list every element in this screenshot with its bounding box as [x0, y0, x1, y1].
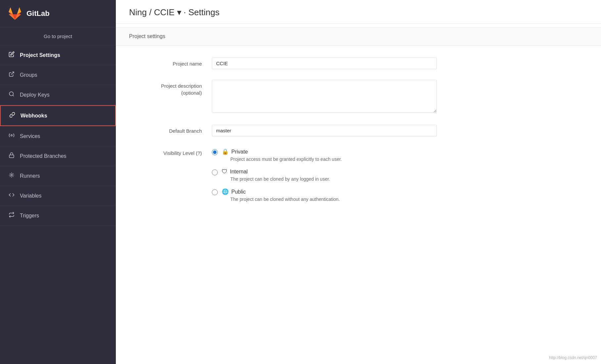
- page-title: Ning / CCIE ▾ · Settings: [129, 7, 588, 18]
- dot-separator: ·: [184, 7, 188, 17]
- sidebar-item-label: Webhooks: [21, 113, 47, 119]
- private-description: Project access must be granted explicitl…: [222, 157, 342, 162]
- sidebar-item-groups[interactable]: Groups: [0, 65, 116, 85]
- sidebar-item-webhooks[interactable]: Webhooks: [0, 105, 116, 126]
- sidebar-item-project-settings[interactable]: Project Settings: [0, 45, 116, 65]
- visibility-private-radio[interactable]: [212, 149, 218, 155]
- variables-icon: [8, 192, 15, 200]
- project-desc-label: Project description (optional): [129, 80, 202, 96]
- sidebar-item-variables[interactable]: Variables: [0, 186, 116, 206]
- goto-project-button[interactable]: Go to project: [0, 27, 116, 45]
- internal-option-content: 🛡 Internal The project can be cloned by …: [222, 168, 330, 182]
- main-content: Ning / CCIE ▾ · Settings Project setting…: [116, 0, 601, 364]
- private-label: Private: [231, 149, 248, 155]
- visibility-public-radio[interactable]: [212, 189, 218, 195]
- page-name: Settings: [188, 7, 219, 17]
- visibility-internal-radio[interactable]: [212, 169, 218, 175]
- visibility-option-public: 🌐 Public The project can be cloned witho…: [212, 188, 437, 202]
- sidebar-item-label: Deploy Keys: [20, 92, 50, 98]
- internal-label: Internal: [230, 169, 248, 175]
- public-label: Public: [231, 189, 246, 195]
- watermark: http://blog.csdn.net/qn0007: [549, 355, 597, 360]
- sidebar-header: GitLab: [0, 0, 116, 27]
- project-desc-textarea[interactable]: [212, 80, 437, 113]
- sidebar-item-label: Runners: [20, 173, 40, 179]
- globe-visibility-icon: 🌐: [222, 188, 229, 195]
- sidebar-item-protected-branches[interactable]: Protected Branches: [0, 146, 116, 166]
- project-name-row: Project name: [129, 58, 588, 69]
- sidebar-item-label: Services: [20, 133, 40, 139]
- content-area: Project settings Project name Project de…: [116, 27, 601, 224]
- svg-point-3: [11, 135, 13, 136]
- sidebar-item-deploy-keys[interactable]: Deploy Keys: [0, 85, 116, 105]
- private-option-title: 🔒 Private: [222, 148, 342, 155]
- svg-point-5: [11, 174, 13, 176]
- sidebar-brand-label: GitLab: [26, 9, 50, 18]
- project-name-label: Project name: [129, 58, 202, 67]
- public-option-content: 🌐 Public The project can be cloned witho…: [222, 188, 340, 202]
- default-branch-row: Default Branch: [129, 125, 588, 136]
- public-description: The project can be cloned without any au…: [222, 197, 340, 202]
- svg-line-2: [13, 95, 14, 96]
- visibility-option-private: 🔒 Private Project access must be granted…: [212, 148, 437, 162]
- svg-point-1: [9, 92, 13, 96]
- svg-rect-4: [9, 155, 14, 158]
- sidebar-item-label: Project Settings: [20, 52, 60, 58]
- lock-icon: [8, 152, 15, 160]
- sidebar-item-label: Groups: [20, 72, 37, 78]
- sidebar-item-services[interactable]: Services: [0, 126, 116, 146]
- project-owner: Ning: [129, 7, 147, 17]
- groups-icon: [8, 71, 15, 79]
- webhooks-icon: [9, 112, 16, 119]
- visibility-level-label: Visibility Level (?): [129, 147, 202, 157]
- runners-icon: [8, 172, 15, 180]
- settings-form: Project name Project description (option…: [116, 46, 601, 224]
- page-header: Ning / CCIE ▾ · Settings: [116, 0, 601, 24]
- project-name-control: [212, 58, 437, 69]
- internal-description: The project can be cloned by any logged …: [222, 176, 330, 182]
- project-desc-control: [212, 80, 437, 114]
- visibility-level-control: 🔒 Private Project access must be granted…: [212, 147, 437, 202]
- visibility-level-row: Visibility Level (?) 🔒 Private Proje: [129, 147, 588, 202]
- sidebar-item-label: Triggers: [20, 213, 39, 219]
- section-header: Project settings: [116, 27, 601, 46]
- project-desc-row: Project description (optional): [129, 80, 588, 114]
- lock-visibility-icon: 🔒: [222, 148, 229, 155]
- deploy-keys-icon: [8, 91, 15, 99]
- sidebar-item-label: Protected Branches: [20, 153, 67, 159]
- default-branch-label: Default Branch: [129, 125, 202, 134]
- default-branch-control: [212, 125, 437, 136]
- caret-icon[interactable]: ▾: [177, 7, 181, 17]
- sidebar-item-label: Variables: [20, 193, 42, 199]
- public-option-title: 🌐 Public: [222, 188, 340, 195]
- separator: /: [149, 7, 154, 17]
- gitlab-logo-icon: [8, 7, 22, 21]
- visibility-options: 🔒 Private Project access must be granted…: [212, 147, 437, 202]
- sidebar-item-triggers[interactable]: Triggers: [0, 206, 116, 226]
- sidebar-nav: Project Settings Groups Deploy Keys Webh…: [0, 45, 116, 364]
- default-branch-input[interactable]: [212, 125, 437, 136]
- edit-icon: [8, 51, 15, 59]
- triggers-icon: [8, 212, 15, 219]
- visibility-option-internal: 🛡 Internal The project can be cloned by …: [212, 168, 437, 182]
- private-option-content: 🔒 Private Project access must be granted…: [222, 148, 342, 162]
- services-icon: [8, 132, 15, 140]
- svg-line-0: [11, 72, 14, 74]
- internal-option-title: 🛡 Internal: [222, 168, 330, 175]
- shield-visibility-icon: 🛡: [222, 168, 227, 175]
- repo-name: CCIE: [154, 7, 174, 17]
- project-name-input[interactable]: [212, 58, 437, 69]
- sidebar-item-runners[interactable]: Runners: [0, 166, 116, 186]
- sidebar: GitLab Go to project Project Settings Gr…: [0, 0, 116, 364]
